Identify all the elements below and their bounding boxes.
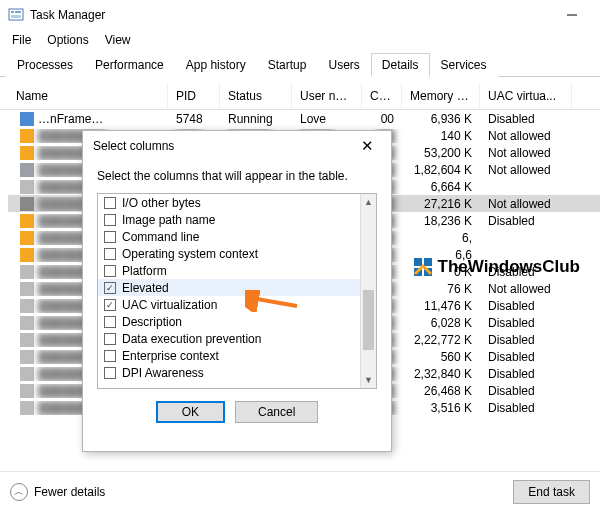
dialog-titlebar: Select columns ✕	[83, 131, 391, 161]
listbox-scrollbar[interactable]: ▲ ▼	[360, 194, 376, 388]
columns-listbox[interactable]: ▲ ▼ I/O other bytesImage path nameComman…	[97, 193, 377, 389]
select-columns-dialog: Select columns ✕ Select the columns that…	[82, 130, 392, 452]
ok-button[interactable]: OK	[156, 401, 225, 423]
scroll-up-icon[interactable]: ▲	[361, 194, 376, 210]
column-headers: Name PID Status User name CPU Memory (a.…	[0, 83, 600, 110]
menu-file[interactable]: File	[6, 31, 37, 49]
tab-performance[interactable]: Performance	[84, 53, 175, 77]
column-option[interactable]: UAC virtualization	[98, 296, 376, 313]
cancel-button[interactable]: Cancel	[235, 401, 318, 423]
svg-rect-2	[15, 11, 21, 13]
checkbox-icon[interactable]	[104, 350, 116, 362]
tab-startup[interactable]: Startup	[257, 53, 318, 77]
column-uac[interactable]: UAC virtua...	[480, 83, 572, 109]
dialog-title: Select columns	[93, 139, 174, 153]
column-name[interactable]: Name	[8, 83, 168, 109]
minimize-button[interactable]	[552, 1, 592, 29]
column-option-label: Command line	[122, 230, 199, 244]
checkbox-icon[interactable]	[104, 197, 116, 209]
checkbox-icon[interactable]	[104, 265, 116, 277]
column-pid[interactable]: PID	[168, 83, 220, 109]
footer: ︿ Fewer details End task	[0, 471, 600, 511]
column-option[interactable]: DPI Awareness	[98, 364, 376, 381]
column-option[interactable]: Operating system context	[98, 245, 376, 262]
tabs: Processes Performance App history Startu…	[0, 52, 600, 77]
window-title: Task Manager	[30, 8, 105, 22]
column-option[interactable]: Image path name	[98, 211, 376, 228]
tab-apphistory[interactable]: App history	[175, 53, 257, 77]
column-option-label: Image path name	[122, 213, 215, 227]
column-option-label: I/O other bytes	[122, 196, 201, 210]
checkbox-icon[interactable]	[104, 316, 116, 328]
menu-view[interactable]: View	[99, 31, 137, 49]
tab-details[interactable]: Details	[371, 53, 430, 77]
checkbox-icon[interactable]	[104, 231, 116, 243]
titlebar: Task Manager	[0, 0, 600, 30]
fewer-details-label: Fewer details	[34, 485, 105, 499]
column-memory[interactable]: Memory (a...	[402, 83, 480, 109]
column-option[interactable]: Command line	[98, 228, 376, 245]
column-option-label: Operating system context	[122, 247, 258, 261]
scroll-down-icon[interactable]: ▼	[361, 372, 376, 388]
chevron-up-icon: ︿	[10, 483, 28, 501]
app-icon	[8, 7, 24, 23]
scroll-thumb[interactable]	[363, 290, 374, 350]
tab-services[interactable]: Services	[430, 53, 498, 77]
column-option[interactable]: Elevated	[98, 279, 376, 296]
checkbox-icon[interactable]	[104, 214, 116, 226]
table-row[interactable]: …nFrame…5748RunningLove006,936 KDisabled	[8, 110, 600, 127]
checkbox-icon[interactable]	[104, 248, 116, 260]
column-option-label: Enterprise context	[122, 349, 219, 363]
end-task-button[interactable]: End task	[513, 480, 590, 504]
checkbox-icon[interactable]	[104, 367, 116, 379]
fewer-details-button[interactable]: ︿ Fewer details	[10, 483, 105, 501]
column-option-label: Platform	[122, 264, 167, 278]
column-option[interactable]: Data execution prevention	[98, 330, 376, 347]
column-option-label: Data execution prevention	[122, 332, 261, 346]
checkbox-icon[interactable]	[104, 299, 116, 311]
svg-rect-3	[11, 15, 21, 18]
tab-processes[interactable]: Processes	[6, 53, 84, 77]
column-option-label: DPI Awareness	[122, 366, 204, 380]
menu-options[interactable]: Options	[41, 31, 94, 49]
column-option-label: Description	[122, 315, 182, 329]
column-cpu[interactable]: CPU	[362, 83, 402, 109]
dialog-description: Select the columns that will appear in t…	[97, 169, 377, 183]
tab-users[interactable]: Users	[317, 53, 370, 77]
close-icon[interactable]: ✕	[353, 137, 381, 155]
column-option[interactable]: Description	[98, 313, 376, 330]
svg-rect-0	[9, 9, 23, 20]
column-user[interactable]: User name	[292, 83, 362, 109]
column-option[interactable]: Enterprise context	[98, 347, 376, 364]
column-option[interactable]: I/O other bytes	[98, 194, 376, 211]
checkbox-icon[interactable]	[104, 333, 116, 345]
menu-bar: File Options View	[0, 30, 600, 50]
column-option-label: UAC virtualization	[122, 298, 217, 312]
svg-rect-1	[11, 11, 14, 13]
column-option-label: Elevated	[122, 281, 169, 295]
checkbox-icon[interactable]	[104, 282, 116, 294]
column-option[interactable]: Platform	[98, 262, 376, 279]
column-status[interactable]: Status	[220, 83, 292, 109]
